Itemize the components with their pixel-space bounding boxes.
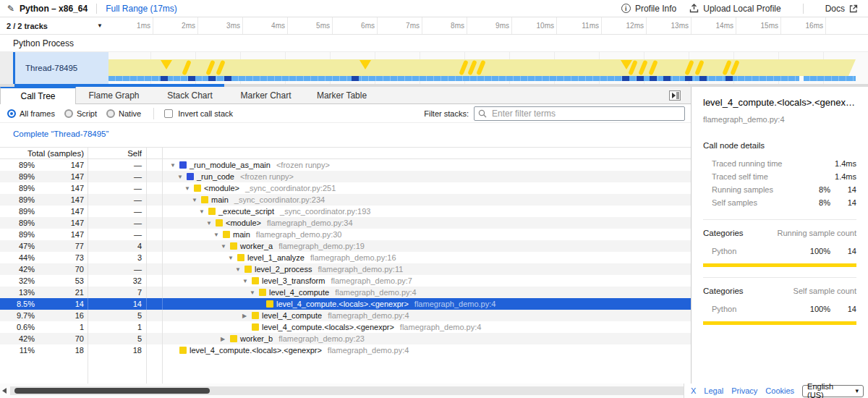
tab-marker-table[interactable]: Marker Table <box>304 87 380 103</box>
file-location: flamegraph_demo.py:23 <box>278 334 365 343</box>
total-samples: 147 <box>35 171 88 182</box>
column-header-total[interactable]: Total (samples) <box>0 148 88 158</box>
category-section-header: CategoriesRunning sample count <box>703 229 856 237</box>
thread-track-canvas[interactable] <box>109 52 868 84</box>
ruler-tick-label: 14ms <box>692 17 736 34</box>
thread-track-label[interactable]: Thread-78495 <box>15 52 109 84</box>
scrollbar-track[interactable] <box>10 386 684 395</box>
full-range-link[interactable]: Full Range (17ms) <box>106 4 177 14</box>
marker-slash-icon[interactable] <box>730 60 739 76</box>
marker-slash-icon[interactable] <box>476 60 485 76</box>
expander-icon[interactable]: ▼ <box>170 162 179 169</box>
invert-call-stack-checkbox[interactable]: Invert call stack <box>164 109 233 118</box>
category-square-icon <box>237 254 244 261</box>
detail-row: Traced self time1.4ms <box>703 170 856 183</box>
table-row[interactable]: 8.5%1414level_4_compute.<locals>.<genexp… <box>0 298 691 310</box>
expander-icon[interactable]: ▼ <box>206 220 216 226</box>
marker-slash-icon[interactable] <box>459 60 468 76</box>
table-row[interactable]: 89%147—▼main_sync_coordinator.py:234 <box>0 194 691 206</box>
filter-stacks-input[interactable] <box>474 106 685 121</box>
expander-icon[interactable]: ▼ <box>242 278 252 284</box>
timeline-scrollbar-thumb[interactable] <box>14 84 224 87</box>
scrollbar-thumb[interactable] <box>14 388 210 394</box>
function-name: <module> <box>226 219 261 227</box>
marker-slash-icon[interactable] <box>182 60 191 76</box>
table-row[interactable]: 89%147—▼mainflamegraph_demo.py:30 <box>0 229 691 240</box>
docs-button[interactable]: Docs <box>825 4 858 14</box>
marker-slash-icon[interactable] <box>216 60 225 76</box>
radio-script[interactable]: Script <box>64 109 97 118</box>
chevron-down-icon: ▾ <box>855 387 859 394</box>
total-percent: 13% <box>0 287 35 298</box>
total-cell: 47%77 <box>0 240 88 252</box>
table-row[interactable]: 89%147—▼<module>flamegraph_demo.py:34 <box>0 217 691 229</box>
total-samples: 14 <box>35 298 88 310</box>
footer-link-privacy[interactable]: Privacy <box>731 386 757 395</box>
table-row[interactable]: 89%147—▼_run_code<frozen runpy> <box>0 171 691 182</box>
profile-info-button[interactable]: i Profile Info <box>621 4 676 14</box>
marker-slash-icon[interactable] <box>694 60 704 76</box>
expander-icon[interactable]: ▼ <box>228 255 237 261</box>
sidebar-toggle-button[interactable] <box>669 90 681 101</box>
marker-slash-icon[interactable] <box>467 60 477 76</box>
total-percent: 89% <box>0 194 35 206</box>
radio-all-frames[interactable]: All frames <box>7 109 55 118</box>
total-percent: 89% <box>0 159 35 171</box>
category-name: Python <box>712 245 799 258</box>
category-color-bar <box>703 263 856 267</box>
table-row[interactable]: 0.6%11level_4_compute.<locals>.<genexpr>… <box>0 321 691 333</box>
language-select[interactable]: English (US)▾ <box>802 385 864 397</box>
marker-slash-icon[interactable] <box>205 60 215 76</box>
table-row[interactable]: 47%774▼worker_aflamegraph_demo.py:19 <box>0 240 691 252</box>
expander-icon[interactable]: ▼ <box>221 243 230 250</box>
expander-icon[interactable]: ▼ <box>184 185 194 192</box>
expander-icon[interactable]: ▶ <box>242 313 252 319</box>
marker-triangle-icon[interactable] <box>359 60 371 69</box>
tab-stack-chart[interactable]: Stack Chart <box>152 87 228 103</box>
upload-profile-button[interactable]: Upload Local Profile <box>689 4 780 14</box>
expander-icon[interactable]: ▶ <box>221 336 230 342</box>
footer-link-x[interactable]: X <box>691 386 696 395</box>
process-track-header[interactable]: Python Process <box>0 35 868 52</box>
marker-slash-icon[interactable] <box>648 60 658 76</box>
self-cell: 3 <box>88 252 147 263</box>
tracks-dropdown-button[interactable]: 2 / 2 tracks ▼ <box>0 17 109 34</box>
external-link-icon <box>849 4 858 13</box>
ruler-tick-label: 11ms <box>557 17 602 34</box>
radio-native[interactable]: Native <box>106 109 141 118</box>
scroll-left-arrow-icon[interactable] <box>2 388 7 394</box>
tab-marker-chart[interactable]: Marker Chart <box>228 87 304 103</box>
expander-icon[interactable]: ▼ <box>235 266 244 273</box>
expander-icon[interactable]: ▼ <box>199 208 208 215</box>
self-cell: — <box>88 171 147 182</box>
expander-icon[interactable]: ▼ <box>213 232 223 238</box>
checkbox-icon <box>164 109 173 118</box>
table-row[interactable]: 9.7%165▶level_4_computeflamegraph_demo.p… <box>0 310 691 321</box>
ruler-tick-label: 8ms <box>422 17 467 34</box>
table-row[interactable]: 89%147—▼_run_module_as_main<frozen runpy… <box>0 159 691 171</box>
sample-block <box>352 76 359 81</box>
table-row[interactable]: 42%70—▼level_2_processflamegraph_demo.py… <box>0 263 691 275</box>
table-row[interactable]: 89%147—▼<module>_sync_coordinator.py:251 <box>0 182 691 194</box>
marker-triangle-icon[interactable] <box>161 60 172 69</box>
table-row[interactable]: 13%217▼level_4_computeflamegraph_demo.py… <box>0 287 691 298</box>
expander-icon[interactable]: ▼ <box>192 197 201 203</box>
expander-icon[interactable]: ▼ <box>250 289 259 296</box>
total-percent: 89% <box>0 171 35 182</box>
tab-flame-graph[interactable]: Flame Graph <box>76 87 152 103</box>
marker-slash-icon[interactable] <box>684 60 694 76</box>
total-cell: 11%18 <box>0 344 88 356</box>
column-header-self[interactable]: Self <box>88 148 147 158</box>
table-row[interactable]: 11%1818level_4_compute.<locals>.<genexpr… <box>0 344 691 356</box>
table-row[interactable]: 42%705▶worker_bflamegraph_demo.py:23 <box>0 333 691 344</box>
marker-slash-icon[interactable] <box>638 60 647 76</box>
breadcrumb-complete-link[interactable]: Complete “Thread-78495” <box>13 130 109 138</box>
footer-link-legal[interactable]: Legal <box>704 386 723 395</box>
tab-call-tree[interactable]: Call Tree <box>0 87 76 104</box>
table-row[interactable]: 44%733▼level_1_analyzeflamegraph_demo.py… <box>0 252 691 263</box>
footer-link-cookies[interactable]: Cookies <box>765 386 794 395</box>
expander-icon[interactable]: ▼ <box>177 174 187 180</box>
table-row[interactable]: 32%5332▼level_3_transformflamegraph_demo… <box>0 275 691 287</box>
table-row[interactable]: 89%147—▼_execute_script_sync_coordinator… <box>0 206 691 217</box>
tree-cell: ▼_run_module_as_main<frozen runpy> <box>163 159 691 171</box>
